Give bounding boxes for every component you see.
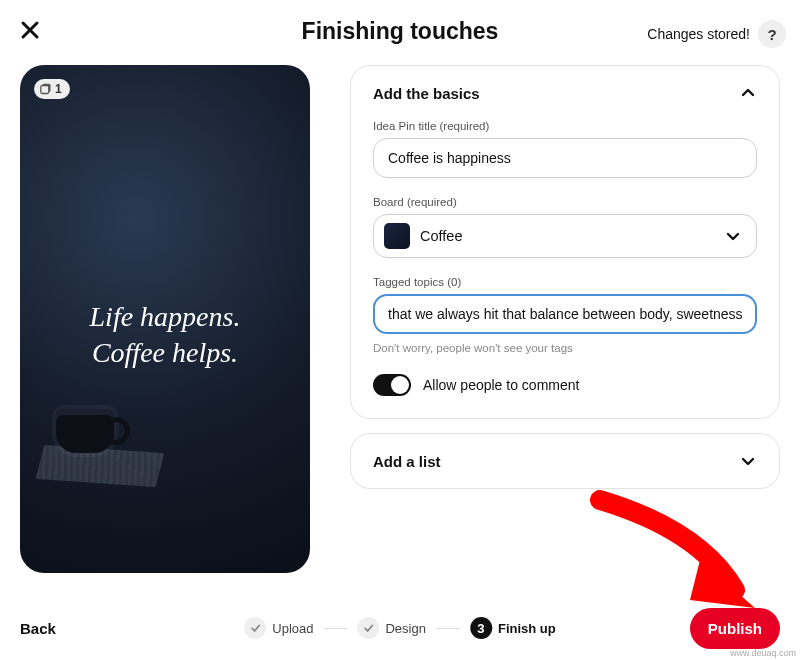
step-number-icon: 3 (470, 617, 492, 639)
back-button[interactable]: Back (20, 620, 56, 637)
step-upload[interactable]: Upload (244, 617, 313, 639)
help-button[interactable]: ? (758, 20, 786, 48)
page-count: 1 (55, 82, 62, 96)
title-field-label: Idea Pin title (required) (373, 120, 757, 132)
watermark: www.deuaq.com (730, 648, 796, 658)
allow-comments-toggle[interactable] (373, 374, 411, 396)
step-separator (436, 628, 460, 629)
allow-comments-label: Allow people to comment (423, 377, 579, 393)
tagged-topics-input[interactable] (373, 294, 757, 334)
publish-button[interactable]: Publish (690, 608, 780, 649)
topics-field-label: Tagged topics (0) (373, 276, 757, 288)
check-icon (244, 617, 266, 639)
preview-caption: Life happens. Coffee helps. (20, 299, 310, 372)
chevron-up-icon (739, 84, 757, 102)
step-finish[interactable]: 3 Finish up (470, 617, 556, 639)
topics-hint: Don't worry, people won't see your tags (373, 342, 757, 354)
preview-decor-cup (56, 409, 114, 453)
step-separator (323, 628, 347, 629)
page-count-badge: 1 (34, 79, 70, 99)
svg-rect-1 (41, 86, 49, 94)
chevron-down-icon (739, 452, 757, 470)
pin-title-input[interactable] (373, 138, 757, 178)
check-icon (357, 617, 379, 639)
step-design[interactable]: Design (357, 617, 425, 639)
add-list-panel[interactable]: Add a list (350, 433, 780, 489)
toggle-knob (391, 376, 409, 394)
step-indicator: Upload Design 3 Finish up (244, 617, 555, 639)
add-list-title: Add a list (373, 453, 441, 470)
chevron-down-icon (724, 227, 742, 245)
basics-panel-title: Add the basics (373, 85, 480, 102)
board-select[interactable]: Coffee (373, 214, 757, 258)
close-button[interactable] (20, 20, 40, 44)
save-status: Changes stored! (647, 26, 750, 42)
board-selected-name: Coffee (420, 228, 724, 244)
basics-panel: Add the basics Idea Pin title (required)… (350, 65, 780, 419)
basics-panel-header[interactable]: Add the basics (373, 84, 757, 102)
pin-preview[interactable]: 1 Life happens. Coffee helps. (20, 65, 310, 573)
board-thumbnail (384, 223, 410, 249)
board-field-label: Board (required) (373, 196, 757, 208)
page-title: Finishing touches (302, 18, 499, 45)
